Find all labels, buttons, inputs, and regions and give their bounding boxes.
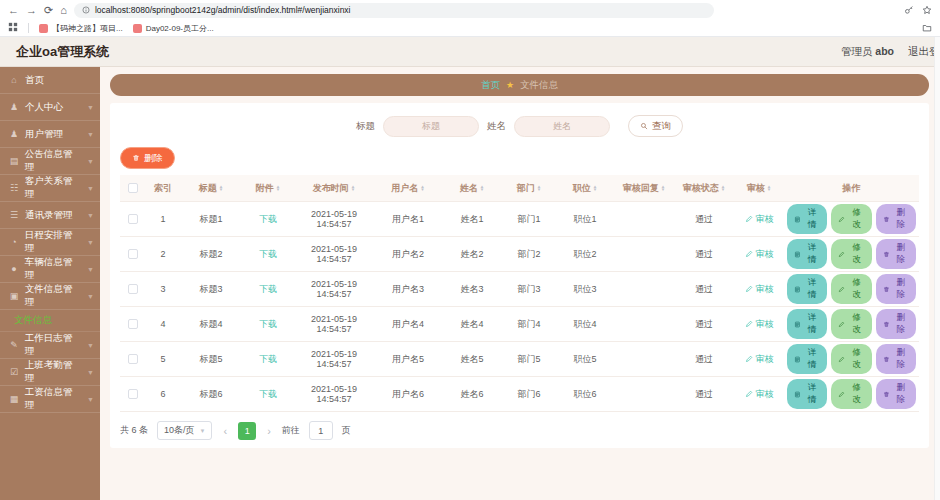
pencil-icon [838, 321, 845, 328]
audit-link[interactable]: 审核 [745, 213, 774, 226]
title-search-input[interactable] [383, 116, 479, 137]
edit-button[interactable]: 修改 [831, 344, 871, 374]
bookmark-item[interactable]: 【码神之路】项目... [39, 23, 123, 34]
sort-icons[interactable]: ▲▼ [661, 185, 665, 192]
detail-button[interactable]: 详情 [787, 344, 827, 374]
goto-page-input[interactable] [309, 421, 333, 440]
detail-button[interactable]: 详情 [787, 309, 827, 339]
actions-cell: 详情修改删除 [784, 202, 919, 236]
row-checkbox[interactable] [128, 389, 138, 399]
site-info-icon[interactable] [82, 6, 90, 14]
sidebar-item-上班考勤管理[interactable]: ☑上班考勤管理▼ [0, 359, 100, 386]
sidebar-item-用户管理[interactable]: ♟用户管理▼ [0, 121, 100, 148]
sidebar-item-个人中心[interactable]: ♟个人中心▼ [0, 94, 100, 121]
browser-home-icon[interactable]: ⌂ [60, 5, 67, 16]
title-cell: 标题6 [180, 377, 242, 411]
next-page-icon[interactable]: › [265, 425, 273, 437]
select-all-checkbox[interactable] [128, 183, 138, 193]
sidebar-item-文件信息管理[interactable]: ▣文件信息管理▼ [0, 283, 100, 310]
delete-button[interactable]: 删除 [876, 344, 916, 374]
apps-grid-icon[interactable] [8, 22, 18, 34]
breadcrumb: 首页 ★ 文件信息 [110, 74, 929, 96]
name-cell: 姓名6 [442, 377, 502, 411]
bookmark-item[interactable]: Day02-09-员工分... [133, 23, 214, 34]
refresh-icon[interactable]: ⟳ [44, 5, 53, 16]
column-header-发布时间: 发布时间▲▼ [294, 175, 374, 201]
main-content: 首页 ★ 文件信息 标题 姓名 查询 删除 索引标题▲▼附件▲▼ [100, 67, 940, 500]
row-checkbox[interactable] [128, 354, 138, 364]
edit-button[interactable]: 修改 [831, 309, 871, 339]
sidebar-item-通讯录管理[interactable]: ☰通讯录管理▼ [0, 202, 100, 229]
delete-button[interactable]: 删除 [876, 274, 916, 304]
password-key-icon[interactable] [904, 5, 914, 15]
download-link[interactable]: 下载 [259, 388, 277, 401]
table-row: 2标题2下载2021-05-19 14:54:57用户名2姓名2部门2职位2通过… [120, 237, 919, 272]
page-size-select[interactable]: 10条/页 ▼ [157, 421, 212, 440]
edit-button[interactable]: 修改 [831, 274, 871, 304]
delete-button[interactable]: 删除 [876, 239, 916, 269]
batch-delete-button[interactable]: 删除 [120, 147, 175, 169]
page-number-button[interactable]: 1 [238, 422, 256, 440]
delete-button[interactable]: 删除 [876, 309, 916, 339]
breadcrumb-home[interactable]: 首页 [481, 79, 500, 92]
detail-button[interactable]: 详情 [787, 239, 827, 269]
name-search-input[interactable] [514, 116, 610, 137]
scrollbar[interactable] [934, 37, 940, 500]
delete-button[interactable]: 删除 [876, 379, 916, 409]
sort-icons[interactable]: ▲▼ [351, 185, 355, 192]
sort-icons[interactable]: ▲▼ [593, 185, 597, 192]
search-icon [640, 122, 648, 130]
audit-link[interactable]: 审核 [745, 318, 774, 331]
download-link[interactable]: 下载 [259, 353, 277, 366]
download-link[interactable]: 下载 [259, 213, 277, 226]
download-link[interactable]: 下载 [259, 248, 277, 261]
sidebar: ⌂首页♟个人中心▼♟用户管理▼▤公告信息管理▼☷客户关系管理▼☰通讯录管理▼◔日… [0, 67, 100, 500]
edit-button[interactable]: 修改 [831, 379, 871, 409]
sort-icons[interactable]: ▲▼ [420, 185, 424, 192]
index-cell: 1 [146, 202, 180, 236]
sidebar-item-日程安排管理[interactable]: ◔日程安排管理▼ [0, 229, 100, 256]
query-button[interactable]: 查询 [628, 115, 683, 137]
sort-icons[interactable]: ▲▼ [537, 185, 541, 192]
audit-link[interactable]: 审核 [745, 283, 774, 296]
detail-button[interactable]: 详情 [787, 379, 827, 409]
department-cell: 部门6 [502, 377, 556, 411]
column-header-审核: 审核▲▼ [734, 175, 784, 201]
sidebar-item-公告信息管理[interactable]: ▤公告信息管理▼ [0, 148, 100, 175]
row-checkbox[interactable] [128, 214, 138, 224]
audit-link[interactable]: 审核 [745, 248, 774, 261]
sort-icons[interactable]: ▲▼ [276, 185, 280, 192]
audit-link[interactable]: 审核 [745, 353, 774, 366]
detail-button[interactable]: 详情 [787, 274, 827, 304]
row-checkbox[interactable] [128, 284, 138, 294]
sidebar-item-车辆信息管理[interactable]: ●车辆信息管理▼ [0, 256, 100, 283]
url-bar[interactable]: localhost:8080/springboot2142g/admin/dis… [74, 3, 714, 18]
sidebar-item-工资信息管理[interactable]: ▦工资信息管理▼ [0, 386, 100, 413]
delete-button[interactable]: 删除 [876, 204, 916, 234]
name-cell: 姓名4 [442, 307, 502, 341]
row-checkbox[interactable] [128, 249, 138, 259]
detail-button[interactable]: 详情 [787, 204, 827, 234]
sidebar-item-首页[interactable]: ⌂首页 [0, 67, 100, 94]
sort-icons[interactable]: ▲▼ [767, 185, 771, 192]
back-icon[interactable]: ← [8, 5, 19, 16]
bookmarks-folder-icon[interactable] [922, 23, 932, 33]
sidebar-item-客户关系管理[interactable]: ☷客户关系管理▼ [0, 175, 100, 202]
audit-link[interactable]: 审核 [745, 388, 774, 401]
download-link[interactable]: 下载 [259, 283, 277, 296]
edit-button[interactable]: 修改 [831, 239, 871, 269]
sort-icons[interactable]: ▲▼ [721, 185, 725, 192]
column-header-审核状态: 审核状态▲▼ [674, 175, 734, 201]
sort-icons[interactable]: ▲▼ [219, 185, 223, 192]
sort-icons[interactable]: ▲▼ [480, 185, 484, 192]
sidebar-subitem-文件信息[interactable]: 文件信息 [0, 310, 100, 332]
download-link[interactable]: 下载 [259, 318, 277, 331]
edit-button[interactable]: 修改 [831, 204, 871, 234]
forward-icon[interactable]: → [26, 5, 37, 16]
row-checkbox[interactable] [128, 319, 138, 329]
sidebar-item-工作日志管理[interactable]: ✎工作日志管理▼ [0, 332, 100, 359]
sidebar-item-label: 工作日志管理 [25, 332, 81, 358]
audit-status-cell: 通过 [674, 377, 734, 411]
prev-page-icon[interactable]: ‹ [221, 425, 229, 437]
bookmark-star-icon[interactable] [922, 5, 932, 15]
